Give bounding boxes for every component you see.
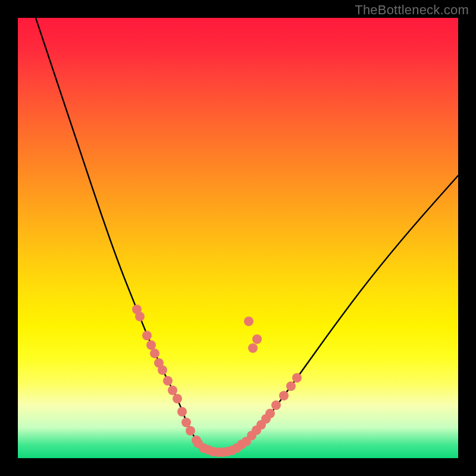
data-marker [173, 394, 182, 403]
curve-layer [18, 18, 458, 458]
data-marker [252, 334, 262, 344]
data-marker [292, 373, 302, 383]
bottleneck-curve [36, 18, 458, 452]
data-marker [146, 340, 156, 350]
data-marker [135, 312, 145, 321]
marker-group [132, 305, 302, 457]
data-marker [286, 381, 296, 391]
data-marker [279, 391, 289, 400]
chart-frame: TheBottleneck.com [0, 0, 476, 476]
data-marker [177, 407, 187, 416]
data-marker [181, 418, 191, 427]
data-marker [158, 365, 167, 375]
data-marker [163, 376, 173, 386]
data-marker [265, 409, 275, 418]
data-marker [142, 331, 152, 340]
data-marker [186, 426, 195, 436]
data-marker [248, 343, 258, 353]
data-marker [168, 386, 177, 395]
watermark-text: TheBottleneck.com [355, 2, 469, 18]
data-marker [244, 317, 253, 326]
data-marker [150, 349, 159, 358]
plot-area [18, 18, 458, 458]
data-marker [271, 400, 281, 410]
